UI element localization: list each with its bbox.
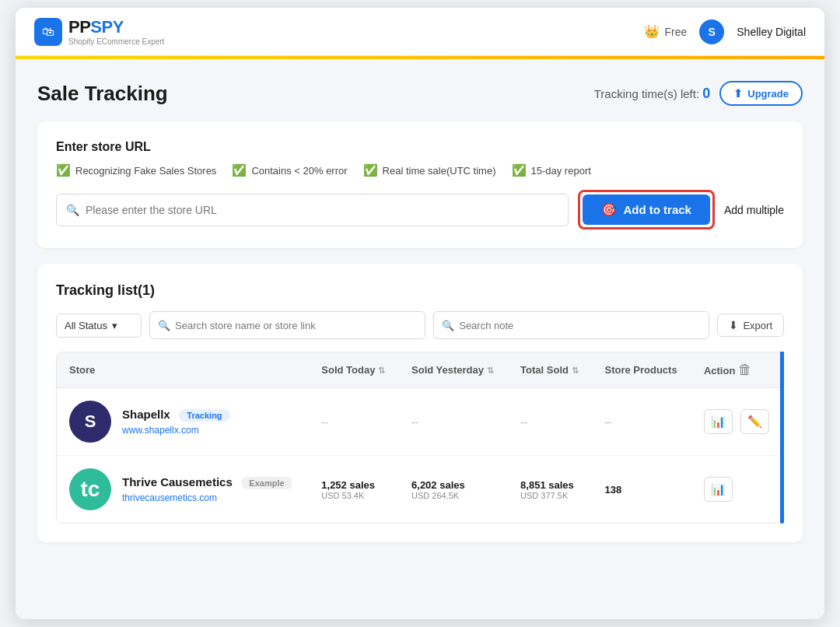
check-icon-1: ✅	[56, 163, 71, 177]
upgrade-button[interactable]: ⬆ Upgrade	[719, 81, 803, 106]
note-search-icon: 🔍	[442, 320, 454, 331]
page-title: Sale Tracking	[37, 82, 168, 106]
tracking-list-title: Tracking list(1)	[56, 282, 784, 299]
add-track-button[interactable]: 🎯 Add to track	[583, 194, 710, 225]
cell-store-2: tc Thrive Causemetics Example thrivecaus…	[57, 456, 309, 524]
tracking-list-card: Tracking list(1) All Status ▾ 🔍 🔍 ⬇ Expo…	[37, 264, 803, 542]
page-header: Sale Tracking Tracking time(s) left: 0 ⬆…	[37, 81, 803, 106]
cell-action-2: 📊	[691, 456, 783, 524]
tracking-left-text: Tracking time(s) left: 0	[594, 86, 711, 102]
store-url-2[interactable]: thrivecausemetics.com	[122, 492, 292, 503]
col-sold-today[interactable]: Sold Today ⇅	[309, 352, 399, 388]
feature-4: ✅ 15-day report	[512, 163, 591, 177]
check-icon-3: ✅	[363, 163, 378, 177]
enter-store-card: Enter store URL ✅ Recognizing Fake Sales…	[37, 121, 803, 248]
check-icon-4: ✅	[512, 163, 527, 177]
store-search-icon: 🔍	[158, 320, 170, 331]
avatar: S	[699, 19, 724, 44]
url-input[interactable]	[86, 204, 558, 216]
store-name-1: Shapellx Tracking	[122, 408, 230, 422]
col-store: Store	[57, 352, 309, 388]
crown-icon: 👑	[644, 24, 660, 39]
cell-sold-yesterday-1: --	[399, 388, 508, 456]
add-multiple-button[interactable]: Add multiple	[724, 204, 784, 216]
feature-3: ✅ Real time sale(UTC time)	[363, 163, 496, 177]
cell-sold-today-2: 1,252 sales USD 53.4K	[309, 456, 399, 524]
sort-icon-1: ⇅	[378, 366, 385, 375]
user-name: Shelley Digital	[737, 26, 806, 38]
table-container: Store Sold Today ⇅ Sold Yesterday ⇅ Tota…	[56, 352, 784, 524]
main-content: Sale Tracking Tracking time(s) left: 0 ⬆…	[16, 59, 824, 619]
note-search-input[interactable]	[459, 320, 701, 331]
logo-name: PPSPY	[68, 17, 164, 37]
table-wrap: Store Sold Today ⇅ Sold Yesterday ⇅ Tota…	[56, 352, 784, 524]
logo-tagline: Shopify ECommerce Expert	[68, 37, 164, 46]
cell-products-2: 138	[592, 456, 691, 524]
free-label: Free	[664, 26, 687, 38]
target-icon: 🎯	[601, 202, 617, 217]
tracking-count: 0	[702, 86, 710, 101]
upgrade-icon: ⬆	[733, 87, 743, 100]
sort-icon-3: ⇅	[572, 366, 579, 375]
nav-free: 👑 Free	[644, 24, 687, 39]
delete-all-button[interactable]: 🗑	[738, 362, 752, 378]
col-total-sold[interactable]: Total Sold ⇅	[508, 352, 592, 388]
cell-total-sold-2: 8,851 sales USD 377.5K	[508, 456, 592, 524]
status-select[interactable]: All Status ▾	[56, 314, 142, 338]
scroll-accent	[780, 352, 784, 524]
col-action: Action 🗑	[691, 352, 783, 388]
badge-example-2: Example	[241, 477, 292, 489]
logo-icon: 🛍	[34, 18, 62, 46]
cell-total-sold-1: --	[508, 388, 592, 456]
store-search-input[interactable]	[175, 320, 417, 331]
add-track-btn-wrap: 🎯 Add to track	[578, 190, 715, 229]
url-row: 🔍 🎯 Add to track Add multiple	[56, 190, 784, 229]
table-row: tc Thrive Causemetics Example thrivecaus…	[57, 456, 783, 524]
edit-button-1[interactable]: ✏️	[740, 409, 769, 434]
chevron-down-icon: ▾	[112, 320, 117, 331]
col-sold-yesterday[interactable]: Sold Yesterday ⇅	[399, 352, 508, 388]
store-search-wrap: 🔍	[149, 311, 425, 339]
store-logo-2: tc	[69, 468, 111, 510]
chart-button-2[interactable]: 📊	[704, 477, 733, 502]
navbar: 🛍 PPSPY Shopify ECommerce Expert 👑 Free …	[16, 8, 824, 56]
cell-sold-yesterday-2: 6,202 sales USD 264.5K	[399, 456, 508, 524]
col-store-products[interactable]: Store Products	[592, 352, 691, 388]
store-name-wrap-2: Thrive Causemetics Example	[122, 475, 292, 489]
cell-store-1: S Shapellx Tracking www.shapellx.com	[57, 388, 309, 456]
enter-store-title: Enter store URL	[56, 140, 784, 154]
store-url-1[interactable]: www.shapellx.com	[122, 425, 230, 436]
cell-action-1: 📊 ✏️	[691, 388, 783, 456]
badge-tracking-1: Tracking	[179, 409, 229, 422]
table-row: S Shapellx Tracking www.shapellx.com	[57, 388, 783, 456]
chart-button-1[interactable]: 📊	[704, 409, 733, 434]
export-icon: ⬇	[729, 319, 738, 331]
store-info-2: Thrive Causemetics Example thrivecauseme…	[122, 475, 292, 503]
features-list: ✅ Recognizing Fake Sales Stores ✅ Contai…	[56, 163, 784, 177]
tracking-info: Tracking time(s) left: 0 ⬆ Upgrade	[594, 81, 803, 106]
sort-icon-2: ⇅	[487, 366, 494, 375]
url-input-wrap: 🔍	[56, 194, 569, 226]
list-filters: All Status ▾ 🔍 🔍 ⬇ Export	[56, 311, 784, 339]
logo-text: PPSPY Shopify ECommerce Expert	[68, 17, 164, 46]
note-search-wrap: 🔍	[433, 311, 709, 339]
feature-2: ✅ Contains < 20% error	[232, 163, 347, 177]
feature-1: ✅ Recognizing Fake Sales Stores	[56, 163, 216, 177]
cell-products-1: --	[592, 388, 691, 456]
cell-sold-today-1: --	[309, 388, 399, 456]
nav-right: 👑 Free S Shelley Digital	[644, 19, 806, 44]
logo: 🛍 PPSPY Shopify ECommerce Expert	[34, 17, 164, 46]
store-info-1: Shapellx Tracking www.shapellx.com	[122, 408, 230, 436]
check-icon-2: ✅	[232, 163, 247, 177]
store-logo-1: S	[69, 401, 111, 443]
tracking-table: Store Sold Today ⇅ Sold Yesterday ⇅ Tota…	[57, 352, 783, 523]
export-button[interactable]: ⬇ Export	[717, 314, 784, 337]
url-search-icon: 🔍	[66, 204, 79, 216]
